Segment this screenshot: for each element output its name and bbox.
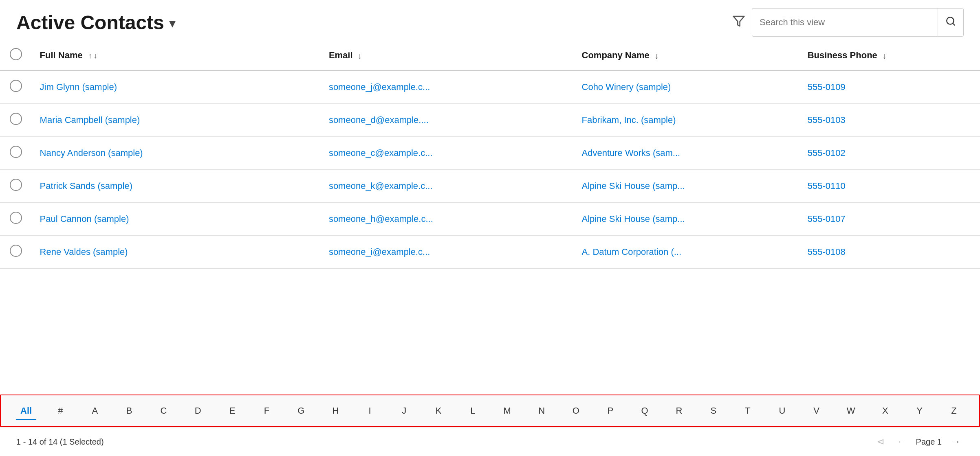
row-fullname: Paul Cannon (sample) bbox=[32, 203, 321, 236]
alpha-item-b[interactable]: B bbox=[112, 401, 146, 420]
row-checkbox-cell bbox=[0, 70, 32, 104]
table-body: Jim Glynn (sample) someone_j@example.c..… bbox=[0, 70, 980, 269]
header: Active Contacts ▾ bbox=[0, 0, 980, 41]
filter-icon[interactable] bbox=[732, 15, 745, 31]
fullname-link[interactable]: Nancy Anderson (sample) bbox=[40, 148, 143, 158]
company-link[interactable]: Fabrikam, Inc. (sample) bbox=[582, 115, 676, 125]
alpha-item-#[interactable]: # bbox=[43, 401, 77, 420]
select-all-checkbox[interactable] bbox=[10, 48, 22, 60]
email-link[interactable]: someone_h@example.c... bbox=[329, 214, 433, 224]
alpha-item-all[interactable]: All bbox=[9, 401, 43, 420]
page-title: Active Contacts bbox=[16, 11, 164, 34]
table-row: Maria Campbell (sample) someone_d@exampl… bbox=[0, 104, 980, 137]
next-page-button[interactable]: → bbox=[948, 435, 964, 449]
alpha-item-i[interactable]: I bbox=[352, 401, 387, 420]
phone-link[interactable]: 555-0103 bbox=[808, 115, 846, 125]
fullname-link[interactable]: Maria Campbell (sample) bbox=[40, 115, 140, 125]
phone-link[interactable]: 555-0110 bbox=[808, 181, 846, 191]
alpha-item-g[interactable]: G bbox=[284, 401, 318, 420]
row-checkbox-cell bbox=[0, 203, 32, 236]
row-checkbox[interactable] bbox=[10, 212, 22, 224]
alpha-item-m[interactable]: M bbox=[490, 401, 524, 420]
phone-link[interactable]: 555-0108 bbox=[808, 247, 846, 257]
fullname-link[interactable]: Patrick Sands (sample) bbox=[40, 181, 132, 191]
row-fullname: Patrick Sands (sample) bbox=[32, 170, 321, 203]
alpha-item-z[interactable]: Z bbox=[937, 401, 971, 420]
alpha-item-c[interactable]: C bbox=[146, 401, 181, 420]
company-link[interactable]: Adventure Works (sam... bbox=[582, 148, 680, 158]
alpha-item-r[interactable]: R bbox=[662, 401, 696, 420]
company-link[interactable]: A. Datum Corporation (... bbox=[582, 247, 682, 257]
row-phone: 555-0102 bbox=[799, 137, 980, 170]
alpha-item-q[interactable]: Q bbox=[628, 401, 662, 420]
th-phone: Business Phone ↓ bbox=[799, 41, 980, 70]
alpha-item-t[interactable]: T bbox=[731, 401, 765, 420]
search-input[interactable] bbox=[752, 17, 938, 28]
prev-page-button[interactable]: ← bbox=[894, 435, 910, 449]
fullname-link[interactable]: Paul Cannon (sample) bbox=[40, 214, 129, 224]
email-sort-icon[interactable]: ↓ bbox=[358, 51, 362, 60]
phone-link[interactable]: 555-0102 bbox=[808, 148, 846, 158]
row-checkbox[interactable] bbox=[10, 113, 22, 125]
company-link[interactable]: Alpine Ski House (samp... bbox=[582, 214, 685, 224]
row-email: someone_j@example.c... bbox=[321, 70, 574, 104]
sort-asc-icon[interactable]: ↑ bbox=[88, 52, 92, 60]
svg-marker-0 bbox=[733, 16, 744, 26]
alpha-item-l[interactable]: L bbox=[456, 401, 490, 420]
table-container: Full Name ↑ ↓ Email ↓ Company Name ↓ bbox=[0, 41, 980, 395]
alpha-item-u[interactable]: U bbox=[765, 401, 799, 420]
row-phone: 555-0103 bbox=[799, 104, 980, 137]
first-page-button[interactable]: ⊲ bbox=[874, 435, 888, 449]
alpha-item-o[interactable]: O bbox=[559, 401, 593, 420]
row-company: Coho Winery (sample) bbox=[574, 70, 799, 104]
pagination: ⊲ ← Page 1 → bbox=[874, 435, 964, 449]
email-link[interactable]: someone_c@example.c... bbox=[329, 148, 433, 158]
company-link[interactable]: Coho Winery (sample) bbox=[582, 82, 671, 92]
row-fullname: Rene Valdes (sample) bbox=[32, 236, 321, 269]
row-checkbox[interactable] bbox=[10, 146, 22, 158]
row-phone: 555-0110 bbox=[799, 170, 980, 203]
email-link[interactable]: someone_k@example.c... bbox=[329, 181, 433, 191]
phone-link[interactable]: 555-0109 bbox=[808, 82, 846, 92]
row-fullname: Maria Campbell (sample) bbox=[32, 104, 321, 137]
th-select-all[interactable] bbox=[0, 41, 32, 70]
row-email: someone_d@example.... bbox=[321, 104, 574, 137]
row-fullname: Jim Glynn (sample) bbox=[32, 70, 321, 104]
alpha-item-w[interactable]: W bbox=[834, 401, 868, 420]
footer: 1 - 14 of 14 (1 Selected) ⊲ ← Page 1 → bbox=[0, 427, 980, 456]
fullname-link[interactable]: Jim Glynn (sample) bbox=[40, 82, 117, 92]
email-link[interactable]: someone_d@example.... bbox=[329, 115, 429, 125]
row-phone: 555-0109 bbox=[799, 70, 980, 104]
email-link[interactable]: someone_i@example.c... bbox=[329, 247, 430, 257]
alpha-item-y[interactable]: Y bbox=[903, 401, 937, 420]
alpha-item-n[interactable]: N bbox=[524, 401, 559, 420]
alpha-item-x[interactable]: X bbox=[868, 401, 902, 420]
alpha-item-k[interactable]: K bbox=[421, 401, 456, 420]
alpha-item-h[interactable]: H bbox=[318, 401, 352, 420]
email-link[interactable]: someone_j@example.c... bbox=[329, 82, 430, 92]
alpha-item-f[interactable]: F bbox=[249, 401, 284, 420]
th-fullname: Full Name ↑ ↓ bbox=[32, 41, 321, 70]
sort-desc-icon[interactable]: ↓ bbox=[94, 52, 97, 60]
fullname-link[interactable]: Rene Valdes (sample) bbox=[40, 247, 128, 257]
alpha-item-s[interactable]: S bbox=[696, 401, 731, 420]
row-checkbox[interactable] bbox=[10, 80, 22, 92]
company-sort-icon[interactable]: ↓ bbox=[654, 51, 658, 60]
phone-sort-icon[interactable]: ↓ bbox=[882, 51, 886, 60]
row-checkbox[interactable] bbox=[10, 245, 22, 257]
page-wrapper: Active Contacts ▾ bbox=[0, 0, 980, 456]
company-link[interactable]: Alpine Ski House (samp... bbox=[582, 181, 685, 191]
row-checkbox-cell bbox=[0, 104, 32, 137]
row-checkbox[interactable] bbox=[10, 179, 22, 191]
search-button[interactable] bbox=[938, 9, 963, 36]
alpha-item-a[interactable]: A bbox=[78, 401, 112, 420]
row-email: someone_c@example.c... bbox=[321, 137, 574, 170]
chevron-down-icon[interactable]: ▾ bbox=[169, 15, 176, 31]
alpha-item-d[interactable]: D bbox=[181, 401, 215, 420]
alpha-item-v[interactable]: V bbox=[799, 401, 834, 420]
phone-link[interactable]: 555-0107 bbox=[808, 214, 846, 224]
alpha-item-j[interactable]: J bbox=[387, 401, 421, 420]
alpha-item-p[interactable]: P bbox=[593, 401, 628, 420]
row-phone: 555-0107 bbox=[799, 203, 980, 236]
alpha-item-e[interactable]: E bbox=[215, 401, 249, 420]
